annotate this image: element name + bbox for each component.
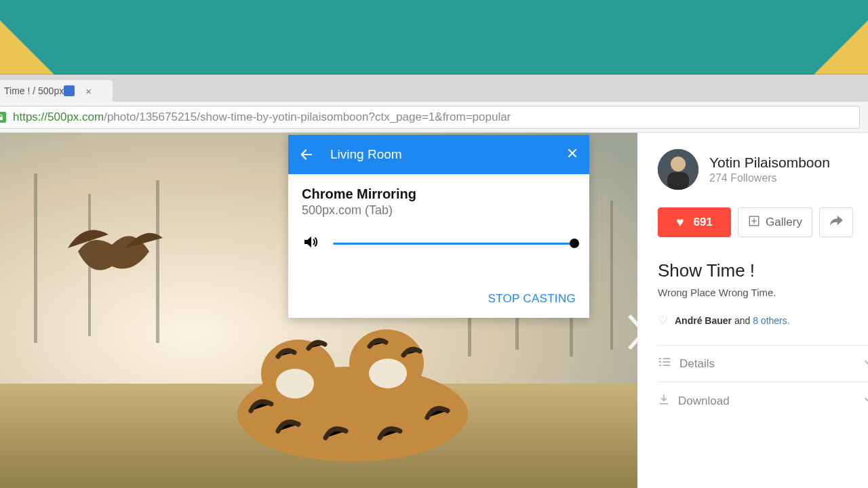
heart-outline-icon: ♡	[658, 313, 668, 327]
cast-source-label: 500px.com (Tab)	[302, 203, 576, 218]
author-name[interactable]: Yotin Pilaisomboon	[709, 155, 830, 171]
tab-favicon-icon	[64, 85, 75, 96]
chevron-down-icon	[864, 357, 868, 371]
svg-point-16	[369, 359, 407, 388]
browser-tab[interactable]: Time ! / 500px ×	[0, 80, 113, 102]
arrow-left-icon	[299, 147, 314, 162]
tab-title: Time ! / 500px	[4, 85, 64, 96]
svg-marker-0	[0, 20, 54, 75]
url-domain: ://500px.com	[38, 110, 104, 124]
close-button[interactable]	[566, 147, 578, 163]
url-path: /photo/135675215/show-time-by-yotin-pila…	[104, 110, 511, 124]
download-label: Download	[678, 394, 730, 408]
svg-point-18	[671, 157, 686, 171]
followers-count: 274 Followers	[709, 172, 830, 184]
slider-track	[333, 243, 576, 245]
cast-popup: Living Room Chrome Mirroring 500px.com (…	[288, 135, 589, 318]
svg-rect-4	[34, 174, 37, 343]
photo-title: Show Time !	[658, 260, 868, 281]
tab-strip: Time ! / 500px × –	[0, 75, 868, 102]
heart-icon: ♥	[676, 215, 684, 230]
like-count: 691	[693, 216, 712, 229]
chevron-down-icon	[864, 394, 868, 408]
url-scheme: https	[13, 110, 38, 124]
svg-rect-19	[667, 172, 689, 190]
details-icon	[658, 357, 671, 371]
svg-marker-1	[814, 20, 868, 75]
download-icon	[658, 393, 670, 409]
desktop-banner	[0, 0, 868, 75]
liked-by-name[interactable]: André Bauer	[675, 315, 732, 326]
close-icon	[566, 147, 578, 159]
share-arrow-icon	[829, 215, 844, 230]
volume-icon[interactable]	[302, 234, 319, 253]
gallery-button[interactable]: Gallery	[738, 207, 812, 237]
cast-popup-header: Living Room	[288, 135, 589, 174]
avatar[interactable]	[658, 149, 698, 190]
author-block: Yotin Pilaisomboon 274 Followers	[658, 149, 868, 190]
back-button[interactable]	[299, 147, 314, 162]
cast-popup-body: Chrome Mirroring 500px.com (Tab)	[288, 174, 589, 292]
address-bar[interactable]: https ://500px.com /photo/135675215/show…	[0, 106, 860, 129]
lock-icon	[0, 112, 6, 123]
browser-toolbar: https ://500px.com /photo/135675215/show…	[0, 102, 868, 133]
details-panel[interactable]: Details	[658, 345, 868, 382]
add-gallery-icon	[748, 215, 760, 230]
liked-by-others-link[interactable]: 8 others.	[753, 315, 789, 326]
gallery-label: Gallery	[766, 216, 802, 229]
details-label: Details	[679, 357, 715, 371]
liked-by-text: André Bauer and 8 others.	[675, 315, 790, 326]
svg-rect-6	[156, 180, 159, 343]
action-row: ♥ 691 Gallery	[658, 207, 868, 237]
liked-by-row: ♡ André Bauer and 8 others.	[658, 313, 868, 327]
slider-thumb[interactable]	[570, 239, 579, 248]
photo-sidebar: Yotin Pilaisomboon 274 Followers ♥ 691 G…	[637, 133, 868, 488]
volume-slider[interactable]	[333, 243, 576, 245]
cast-device-name: Living Room	[330, 147, 402, 162]
volume-row	[302, 234, 576, 253]
share-button[interactable]	[819, 207, 853, 237]
tab-close-icon[interactable]: ×	[85, 85, 92, 97]
download-panel[interactable]: Download	[658, 382, 868, 420]
svg-rect-10	[610, 201, 613, 350]
like-button[interactable]: ♥ 691	[658, 207, 731, 237]
stop-casting-button[interactable]: STOP CASTING	[488, 292, 576, 306]
svg-point-15	[276, 369, 314, 399]
banner-corners	[0, 0, 868, 75]
cast-app-title: Chrome Mirroring	[302, 186, 576, 202]
cast-popup-footer: STOP CASTING	[288, 292, 589, 318]
photo-subtitle: Wrong Place Wrong Time.	[658, 287, 868, 298]
